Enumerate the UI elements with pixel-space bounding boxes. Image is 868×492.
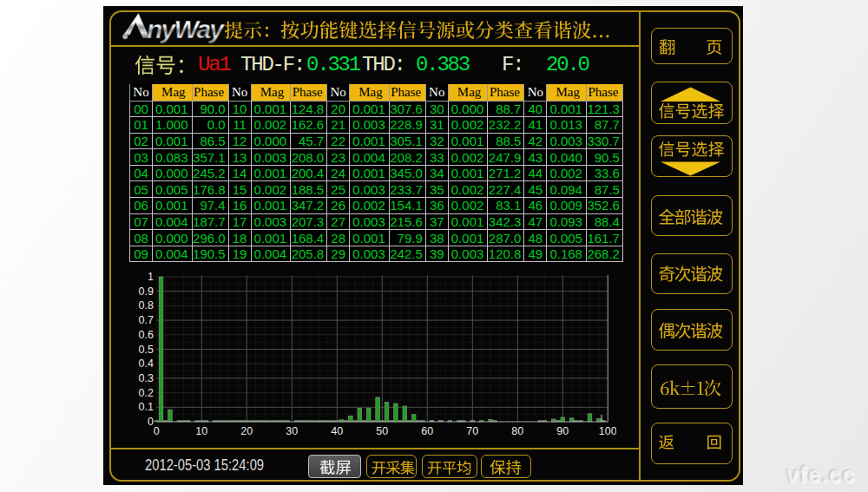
svg-text:0.3: 0.3: [139, 372, 154, 384]
svg-text:0.7: 0.7: [139, 314, 154, 326]
svg-text:100: 100: [599, 425, 616, 437]
svg-text:30: 30: [286, 425, 298, 437]
svg-text:80: 80: [511, 425, 523, 437]
svg-text:40: 40: [331, 425, 343, 437]
svg-text:10: 10: [195, 425, 207, 437]
svg-text:0.5: 0.5: [139, 344, 154, 356]
svg-text:0.6: 0.6: [139, 329, 154, 341]
svg-text:nyWay: nyWay: [147, 15, 225, 43]
svg-text:90: 90: [556, 425, 569, 437]
svg-text:20: 20: [240, 425, 253, 437]
svg-text:0: 0: [154, 425, 160, 437]
svg-text:60: 60: [421, 425, 433, 437]
svg-text:0.8: 0.8: [139, 299, 154, 312]
svg-text:1: 1: [148, 271, 154, 283]
svg-text:0.2: 0.2: [139, 387, 154, 399]
svg-text:50: 50: [376, 425, 388, 437]
svg-text:70: 70: [466, 425, 478, 437]
svg-text:0.1: 0.1: [139, 401, 154, 413]
svg-text:0.9: 0.9: [139, 285, 154, 298]
svg-text:0.4: 0.4: [139, 358, 154, 370]
